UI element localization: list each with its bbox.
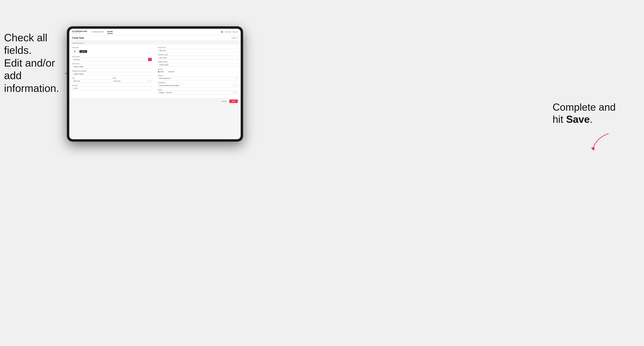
instruction-right-normal: hit	[553, 114, 566, 125]
page-header: Create Team Cancel ✕	[69, 35, 241, 41]
athletic-director-field: Athletic Director	[158, 61, 238, 67]
zip-code-field: Zip code	[72, 85, 152, 90]
conference-select-wrapper[interactable]: University Athletic Association ✕ ▾	[158, 84, 238, 87]
close-icon: ✕	[236, 37, 238, 39]
display-name-field: Display name (unique)	[72, 70, 152, 76]
team-logo-circle: C	[72, 49, 78, 54]
gender-mens-option[interactable]: Mens	[158, 71, 164, 73]
form-right: Head Coach Assistant Coach Athletic Dire…	[155, 47, 238, 96]
upload-button[interactable]: Upload	[80, 50, 87, 53]
team-name-field: Team name	[72, 63, 152, 69]
state-group: State New York ✕ ▾	[113, 77, 152, 83]
city-state-field: City State New York ✕ ▾	[72, 77, 152, 83]
region-label: Region	[158, 89, 238, 90]
state-value: New York	[113, 80, 147, 83]
nav-right: 👤 Test User | Sign out	[220, 30, 238, 33]
nav-bar: SCOREBOARD Powered by clippd TOURNAMENTS…	[69, 29, 241, 35]
form-grid: Team logo C Upload Team colour	[69, 45, 241, 98]
athletic-director-label: Athletic Director	[158, 61, 238, 62]
form-left: Team logo C Upload Team colour	[72, 47, 155, 96]
womens-label: Womens	[168, 71, 174, 73]
conference-chevron-icon: ▾	[235, 85, 238, 86]
nav-links: TOURNAMENTS TEAMS	[91, 30, 220, 34]
user-name: Test User |	[225, 31, 231, 32]
assistant-coach-label: Assistant Coach	[158, 54, 238, 55]
team-logo-label: Team logo	[72, 47, 152, 48]
section-label: TEAM DETAILS	[69, 41, 241, 45]
save-button[interactable]: Save	[229, 100, 238, 103]
conference-field: Conference University Athletic Associati…	[158, 82, 238, 87]
instruction-line1: Check all fields.	[4, 32, 48, 56]
region-select-wrapper[interactable]: Region II - (M) DIII ✕ ▾	[158, 91, 238, 95]
color-swatch	[148, 58, 152, 61]
color-text-input[interactable]	[72, 58, 148, 61]
head-coach-field: Head Coach	[158, 47, 238, 52]
mens-radio-dot	[158, 71, 160, 73]
gender-radio-group: Mens Womens	[158, 70, 238, 73]
assistant-coach-field: Assistant Coach	[158, 54, 238, 60]
team-name-input[interactable]	[72, 65, 152, 69]
gender-label: Gender	[158, 68, 238, 70]
region-field: Region Region II - (M) DIII ✕ ▾	[158, 89, 238, 95]
instruction-right: Complete and hit Save.	[553, 101, 616, 126]
user-avatar: 👤	[220, 30, 224, 33]
logo-text: SCOREBOARD	[72, 30, 87, 32]
logo-letter: C	[74, 50, 76, 53]
zip-input[interactable]	[72, 86, 152, 90]
instruction-right-line1: Complete and	[553, 102, 616, 113]
nav-tournaments[interactable]: TOURNAMENTS	[91, 30, 104, 34]
division-select-wrapper[interactable]: NCAA Division III ▾	[158, 77, 238, 80]
city-group: City	[72, 77, 112, 83]
display-name-label: Display name (unique)	[72, 70, 152, 72]
region-value: Region II - (M) DIII	[158, 91, 232, 94]
instruction-right-bold: Save	[566, 114, 590, 125]
instruction-right-period: .	[590, 114, 592, 125]
zip-label: Zip code	[72, 85, 152, 86]
instruction-line2: Edit and/or add	[4, 57, 55, 81]
tablet-screen: SCOREBOARD Powered by clippd TOURNAMENTS…	[69, 29, 241, 139]
tablet-device: SCOREBOARD Powered by clippd TOURNAMENTS…	[67, 26, 243, 142]
sign-out-link[interactable]: Sign out	[232, 31, 238, 32]
color-input-wrapper	[72, 58, 152, 61]
nav-teams[interactable]: TEAMS	[107, 30, 113, 34]
conference-clear-icon[interactable]: ✕	[232, 85, 235, 86]
svg-marker-1	[591, 147, 595, 151]
team-colour-field: Team colour	[72, 56, 152, 61]
arrow-right-icon	[584, 132, 610, 152]
division-chevron-icon: ▾	[235, 78, 238, 79]
logo-sub: Powered by clippd	[72, 32, 87, 34]
state-label: State	[113, 77, 152, 79]
division-field: Division NCAA Division III ▾	[158, 75, 238, 80]
division-label: Division	[158, 75, 238, 76]
region-clear-icon[interactable]: ✕	[232, 92, 235, 93]
logo-area: C Upload	[72, 49, 152, 54]
cancel-button[interactable]: Cancel	[220, 100, 228, 103]
gender-field: Gender Mens Womens	[158, 68, 238, 73]
mens-label: Mens	[160, 71, 164, 73]
state-select-wrapper[interactable]: New York ✕ ▾	[113, 79, 152, 83]
city-label: City	[72, 77, 112, 79]
head-coach-label: Head Coach	[158, 47, 238, 48]
team-logo-field: Team logo C Upload	[72, 47, 152, 54]
city-input[interactable]	[72, 79, 112, 83]
conference-label: Conference	[158, 82, 238, 83]
state-chevron-icon: ▾	[149, 80, 152, 82]
page-title: Create Team	[72, 37, 84, 39]
athletic-director-input[interactable]	[158, 63, 238, 67]
region-chevron-icon: ▾	[235, 92, 238, 93]
display-name-input[interactable]	[72, 72, 152, 76]
city-state-row: City State New York ✕ ▾	[72, 77, 152, 83]
team-colour-label: Team colour	[72, 56, 152, 57]
assistant-coach-input[interactable]	[158, 56, 238, 59]
division-value: NCAA Division III	[158, 77, 235, 80]
app-logo: SCOREBOARD Powered by clippd	[72, 30, 87, 34]
instruction-left: Check all fields. Edit and/or add inform…	[4, 31, 63, 95]
womens-radio-dot	[166, 71, 168, 73]
form-footer: Cancel Save	[69, 98, 241, 104]
state-clear-icon[interactable]: ✕	[147, 80, 149, 82]
instruction-line3: information.	[4, 82, 59, 94]
gender-womens-option[interactable]: Womens	[166, 71, 174, 73]
cancel-header-button[interactable]: Cancel ✕	[232, 37, 238, 39]
head-coach-input[interactable]	[158, 49, 238, 52]
conference-value: University Athletic Association	[158, 84, 232, 87]
